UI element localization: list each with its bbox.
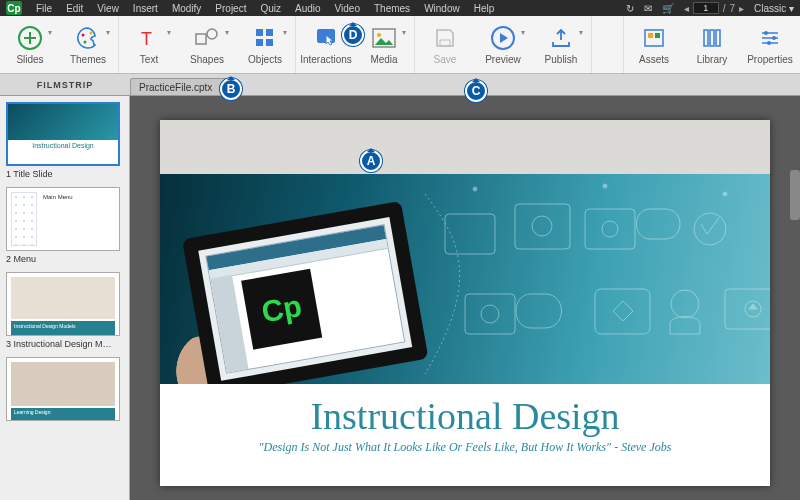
- slides-button[interactable]: Slides: [6, 24, 54, 65]
- objects-button[interactable]: Objects: [241, 24, 289, 65]
- menu-file[interactable]: File: [36, 3, 52, 14]
- thumb3-mini: Instructional Design Models: [11, 321, 115, 335]
- thumb4-mini: Learning Design: [11, 408, 115, 420]
- svg-point-27: [532, 216, 552, 236]
- workspace: Instructional Design 1 Title Slide Main …: [0, 96, 800, 500]
- shapes-icon: [193, 24, 221, 52]
- menu-video[interactable]: Video: [335, 3, 360, 14]
- svg-rect-18: [655, 33, 660, 38]
- svg-rect-35: [725, 289, 770, 329]
- svg-point-29: [602, 221, 618, 237]
- assets-button[interactable]: Assets: [630, 24, 678, 65]
- menu-window[interactable]: Window: [424, 3, 460, 14]
- svg-rect-7: [256, 29, 263, 36]
- file-tab[interactable]: PracticeFile.cptx ×: [130, 78, 233, 95]
- svg-rect-25: [445, 214, 495, 254]
- pager-current[interactable]: [693, 2, 719, 14]
- filmstrip-panel: Instructional Design 1 Title Slide Main …: [0, 96, 130, 500]
- pager-prev[interactable]: ◂: [684, 3, 689, 14]
- hand-tap-icon: [312, 24, 340, 52]
- svg-rect-5: [196, 34, 206, 44]
- upload-icon: [547, 24, 575, 52]
- slide-top-bar: [160, 120, 770, 174]
- play-circle-icon: [489, 24, 517, 52]
- library-button[interactable]: Library: [688, 24, 736, 65]
- menu-audio[interactable]: Audio: [295, 3, 321, 14]
- objects-label: Objects: [248, 54, 282, 65]
- menu-help[interactable]: Help: [474, 3, 495, 14]
- menu-edit[interactable]: Edit: [66, 3, 83, 14]
- svg-point-23: [772, 36, 776, 40]
- sync-icon[interactable]: ↻: [626, 3, 634, 14]
- plus-circle-icon: [16, 24, 44, 52]
- file-tab-name: PracticeFile.cptx: [139, 82, 212, 93]
- properties-label: Properties: [747, 54, 793, 65]
- callout-a: A: [360, 150, 382, 172]
- pager-total: 7: [729, 3, 735, 14]
- assets-label: Assets: [639, 54, 669, 65]
- workspace-switcher[interactable]: Classic ▾: [754, 3, 794, 14]
- mail-icon[interactable]: ✉: [644, 3, 652, 14]
- media-button[interactable]: Media: [360, 24, 408, 65]
- svg-point-2: [84, 41, 87, 44]
- svg-rect-10: [266, 39, 273, 46]
- svg-point-13: [377, 33, 381, 37]
- svg-point-24: [767, 41, 771, 45]
- themes-label: Themes: [70, 54, 106, 65]
- slide-thumb-3[interactable]: Instructional Design Models 3 Instructio…: [6, 272, 123, 349]
- properties-button[interactable]: Properties: [746, 24, 794, 65]
- slide-title: Instructional Design: [160, 394, 770, 438]
- cart-icon[interactable]: 🛒: [662, 3, 674, 14]
- slide-thumb-2[interactable]: Main Menu 2 Menu: [6, 187, 123, 264]
- captivate-logo-tile: Cp: [241, 269, 322, 350]
- menu-insert[interactable]: Insert: [133, 3, 158, 14]
- menu-view[interactable]: View: [97, 3, 119, 14]
- svg-rect-31: [465, 294, 515, 334]
- svg-rect-17: [648, 33, 653, 38]
- text-button[interactable]: T Text: [125, 24, 173, 65]
- publish-button[interactable]: Publish: [537, 24, 585, 65]
- pager-next[interactable]: ▸: [739, 3, 744, 14]
- media-label: Media: [370, 54, 397, 65]
- thumb1-mini: Instructional Design: [8, 140, 118, 164]
- menu-project[interactable]: Project: [215, 3, 246, 14]
- palette-icon: [74, 24, 102, 52]
- svg-rect-33: [595, 289, 650, 334]
- preview-button[interactable]: Preview: [479, 24, 527, 65]
- save-label: Save: [434, 54, 457, 65]
- assets-icon: [640, 24, 668, 52]
- preview-label: Preview: [485, 54, 521, 65]
- thumb1-caption: 1 Title Slide: [6, 169, 123, 179]
- scrollbar-thumb[interactable]: [790, 170, 800, 220]
- shapes-button[interactable]: Shapes: [183, 24, 231, 65]
- svg-point-34: [671, 290, 699, 318]
- svg-rect-9: [256, 39, 263, 46]
- svg-text:T: T: [141, 29, 152, 49]
- page-navigator: ◂ / 7 ▸: [684, 2, 744, 14]
- thumb2-mini: Main Menu: [43, 194, 73, 200]
- callout-c: C: [465, 80, 487, 102]
- thumb3-caption: 3 Instructional Design M…: [6, 339, 123, 349]
- slide-hero: Cp: [160, 174, 770, 384]
- slide-thumb-4[interactable]: Learning Design: [6, 357, 123, 424]
- text-icon: T: [135, 24, 163, 52]
- svg-point-1: [82, 34, 85, 37]
- slide-thumb-1[interactable]: Instructional Design 1 Title Slide: [6, 102, 123, 179]
- interactions-label: Interactions: [300, 54, 352, 65]
- thumb2-caption: 2 Menu: [6, 254, 123, 264]
- svg-rect-14: [440, 40, 450, 46]
- toolbar: Slides Themes T Text Shapes Objects Inte…: [0, 16, 800, 74]
- svg-point-30: [694, 213, 726, 245]
- pager-sep: /: [723, 3, 726, 14]
- svg-rect-16: [645, 30, 663, 46]
- menu-quiz[interactable]: Quiz: [260, 3, 281, 14]
- save-icon: [431, 24, 459, 52]
- slide-canvas[interactable]: Cp Instructional Design "Design Is Not J…: [130, 96, 800, 500]
- menu-themes[interactable]: Themes: [374, 3, 410, 14]
- themes-button[interactable]: Themes: [64, 24, 112, 65]
- save-button[interactable]: Save: [421, 24, 469, 65]
- menu-modify[interactable]: Modify: [172, 3, 201, 14]
- svg-rect-26: [515, 204, 570, 249]
- svg-rect-28: [585, 209, 635, 249]
- slide: Cp Instructional Design "Design Is Not J…: [160, 120, 770, 486]
